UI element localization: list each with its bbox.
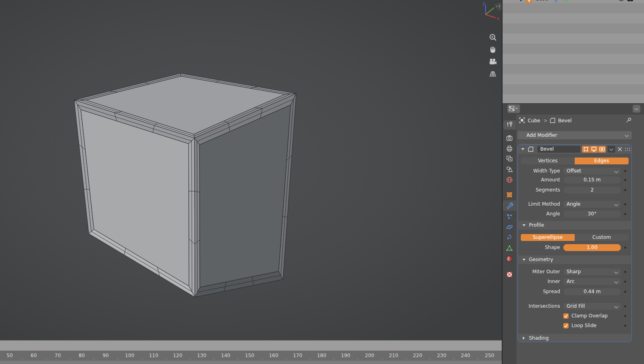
- ruler-frame-label: 190: [341, 353, 350, 358]
- width-type-label: Width Type: [518, 168, 560, 175]
- ruler-frame-label: 210: [389, 353, 398, 358]
- timeline-ruler[interactable]: 5060708090100110120130140150160170180190…: [0, 351, 502, 361]
- animate-dot[interactable]: [624, 281, 626, 283]
- timeline-playback-bar: 1 Start 1 End 250: [0, 340, 502, 351]
- blender-window: z y x ‹: [0, 0, 644, 364]
- modifier-wrench-icon[interactable]: [554, 0, 560, 4]
- bevel-modifier-panel: Bevel Vertices Edges Width Type Offset A…: [518, 144, 632, 342]
- caret-right-icon: [523, 336, 525, 340]
- animate-dot[interactable]: [624, 305, 626, 307]
- tab-material[interactable]: [506, 255, 513, 262]
- modifier-extras-button[interactable]: [608, 146, 615, 153]
- loop-slide-checkbox[interactable]: [563, 323, 569, 328]
- animate-dot[interactable]: [624, 325, 626, 327]
- segments-field[interactable]: 2: [563, 187, 621, 194]
- axis-gizmo[interactable]: z y x: [478, 1, 499, 21]
- miter-outer-dropdown[interactable]: Sharp: [563, 268, 621, 275]
- clamp-overlap-label: Clamp Overlap: [571, 313, 608, 319]
- animate-dot[interactable]: [624, 179, 626, 181]
- spread-field[interactable]: 0.44 m: [563, 288, 621, 295]
- pan-hand-icon[interactable]: [488, 45, 498, 55]
- tab-output[interactable]: [506, 145, 513, 152]
- vertex-group-icon[interactable]: [563, 0, 569, 4]
- ruler-frame-label: 200: [365, 353, 374, 358]
- pin-icon[interactable]: [625, 117, 632, 125]
- intersections-dropdown[interactable]: Grid Fill: [563, 303, 621, 310]
- tab-world[interactable]: [506, 176, 513, 183]
- profile-section-header[interactable]: Profile: [518, 221, 631, 230]
- animate-dot[interactable]: [624, 203, 626, 205]
- loop-slide-label: Loop Slide: [571, 323, 597, 328]
- breadcrumb-modifier[interactable]: Bevel: [558, 118, 571, 123]
- ruler-frame-label: 240: [461, 353, 470, 358]
- hide-eye-icon[interactable]: [618, 0, 625, 4]
- modifier-name-field[interactable]: Bevel: [537, 146, 580, 153]
- render-toggle[interactable]: [598, 146, 606, 153]
- delete-modifier-icon[interactable]: [618, 147, 622, 151]
- realtime-display-toggle[interactable]: [590, 146, 598, 153]
- expand-caret-icon[interactable]: [521, 148, 524, 150]
- add-modifier-button[interactable]: Add Modifier: [518, 131, 632, 139]
- timeline-scrollbar[interactable]: [0, 361, 502, 364]
- tab-modifiers[interactable]: [506, 202, 513, 209]
- limit-method-dropdown[interactable]: Angle: [563, 201, 621, 208]
- disable-render-camera-icon[interactable]: [627, 0, 634, 3]
- superellipse-button[interactable]: Superellipse: [521, 234, 575, 241]
- ruler-frame-label: 100: [125, 353, 135, 358]
- ruler-frame-label: 60: [31, 353, 37, 358]
- ruler-frame-label: 150: [245, 353, 255, 358]
- tab-physics[interactable]: [506, 224, 513, 231]
- breadcrumb-object[interactable]: Cube: [528, 118, 540, 123]
- animate-dot[interactable]: [624, 213, 626, 215]
- intersections-label: Intersections: [518, 303, 560, 310]
- zoom-icon[interactable]: [488, 33, 498, 43]
- ruler-frame-label: 220: [413, 353, 422, 358]
- animate-dot[interactable]: [624, 170, 626, 172]
- geometry-section-header[interactable]: Geometry: [518, 255, 631, 264]
- affect-edges-button[interactable]: Edges: [575, 158, 629, 164]
- tab-texture[interactable]: [506, 271, 513, 278]
- animate-dot[interactable]: [624, 189, 626, 191]
- bevel-modifier-icon: [528, 146, 534, 152]
- amount-field[interactable]: 0.15 m: [563, 177, 621, 183]
- ruler-frame-label: 50: [6, 353, 13, 358]
- animate-dot[interactable]: [624, 271, 626, 273]
- tab-object[interactable]: [506, 191, 513, 198]
- miter-inner-dropdown[interactable]: Arc: [563, 278, 621, 285]
- tab-constraints[interactable]: [506, 234, 513, 241]
- tab-scene[interactable]: [506, 166, 513, 173]
- limit-method-label: Limit Method: [518, 201, 560, 208]
- 3d-viewport[interactable]: z y x ‹: [0, 0, 502, 340]
- shape-slider[interactable]: 1.00: [563, 244, 621, 251]
- miter-inner-label: Inner: [518, 278, 560, 285]
- custom-button[interactable]: Custom: [575, 234, 629, 241]
- disclosure-triangle-icon[interactable]: [519, 0, 523, 1]
- filter-dropdown-button[interactable]: [633, 105, 640, 113]
- tab-object-data[interactable]: [506, 245, 513, 252]
- ruler-frame-label: 170: [293, 353, 302, 358]
- edit-mode-toggle[interactable]: [582, 146, 590, 153]
- tab-particles[interactable]: [506, 213, 513, 220]
- affect-vertices-button[interactable]: Vertices: [521, 158, 575, 164]
- tab-render[interactable]: [506, 134, 513, 142]
- clamp-overlap-checkbox[interactable]: [563, 313, 569, 319]
- outliner-panel[interactable]: Cube: [503, 0, 644, 103]
- animate-dot[interactable]: [624, 315, 626, 317]
- animate-dot[interactable]: [624, 247, 626, 249]
- tab-view-layer[interactable]: [506, 155, 513, 162]
- outliner-item-label[interactable]: Cube: [535, 0, 548, 2]
- width-type-dropdown[interactable]: Offset: [563, 168, 621, 175]
- animate-dot[interactable]: [624, 291, 626, 293]
- modifier-header: Bevel: [518, 145, 631, 154]
- drag-handle-dots-icon[interactable]: [625, 147, 630, 151]
- editor-type-button[interactable]: [507, 104, 520, 113]
- angle-field[interactable]: 30°: [563, 211, 621, 217]
- tab-tool[interactable]: [506, 121, 513, 128]
- properties-header: [503, 104, 644, 115]
- amount-label: Amount: [518, 177, 560, 183]
- camera-view-icon[interactable]: [488, 57, 498, 67]
- affect-segmented-control: Vertices Edges: [521, 158, 629, 164]
- perspective-grid-icon[interactable]: [488, 69, 498, 79]
- shading-section-header[interactable]: Shading: [518, 334, 631, 342]
- panel-collapse-arrow[interactable]: ‹: [497, 3, 502, 10]
